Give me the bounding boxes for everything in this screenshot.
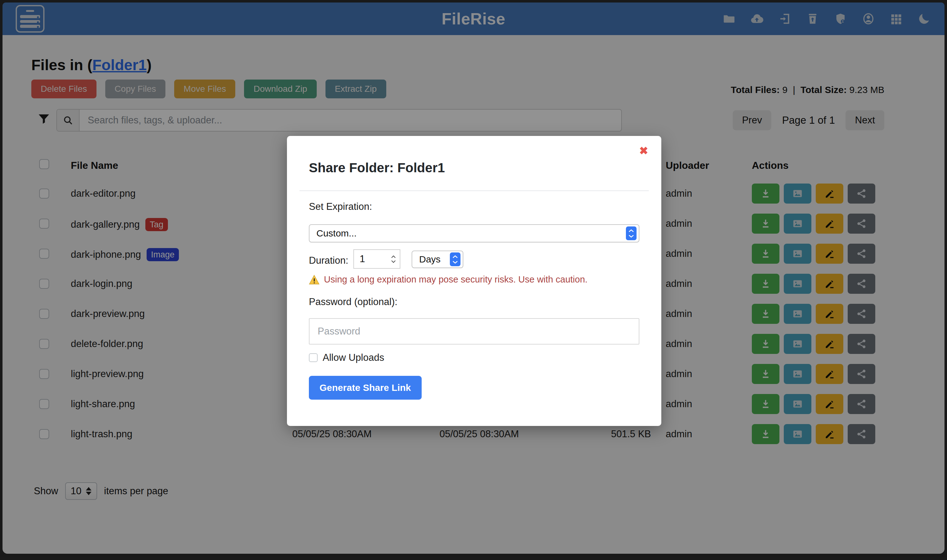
duration-value: 1 [354,253,391,265]
modal-title: Share Folder: Folder1 [309,160,445,175]
duration-number-input[interactable]: 1 [353,249,400,269]
duration-unit-select[interactable]: Days [412,251,463,268]
expiration-selected-value: Custom... [310,228,626,238]
share-folder-modal: ✖ Share Folder: Folder1 Set Expiration: … [287,136,661,426]
expiration-warning: Using a long expiration may pose securit… [309,274,587,285]
filerise-app: FileRise [0,0,947,560]
expiration-label: Set Expiration: [309,201,372,212]
divider [299,191,649,191]
password-label: Password (optional): [309,296,397,308]
allow-uploads-checkbox[interactable] [309,353,318,362]
allow-uploads-label: Allow Uploads [323,352,384,363]
select-stepper-icon [450,252,460,266]
warning-icon [309,275,320,285]
generate-share-link-button[interactable]: Generate Share Link [309,376,422,400]
select-stepper-icon [626,226,636,240]
number-spinner-icon[interactable] [391,255,400,263]
warning-text: Using a long expiration may pose securit… [324,274,587,285]
allow-uploads-row: Allow Uploads [309,352,384,363]
duration-label: Duration: [309,255,348,266]
close-modal-button[interactable]: ✖ [637,144,650,157]
share-password-input[interactable] [309,318,639,345]
expiration-select[interactable]: Custom... [309,224,639,242]
duration-unit-value: Days [412,254,450,265]
